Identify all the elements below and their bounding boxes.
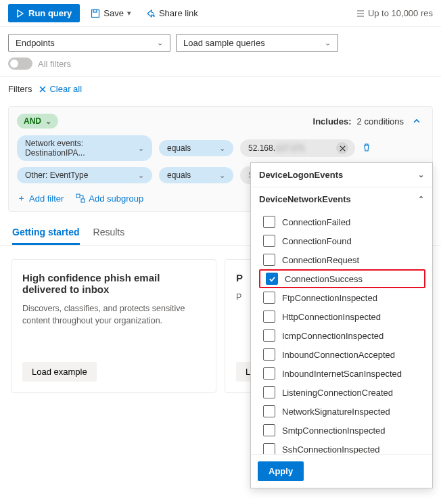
check-icon [269, 275, 276, 283]
tab-getting-started[interactable]: Getting started [12, 220, 80, 245]
and-operator-pill[interactable]: AND ⌄ [17, 114, 58, 129]
dropdown-group-devicenetworkevents[interactable]: DeviceNetworkEvents ⌃ [251, 187, 432, 211]
close-icon [340, 145, 346, 152]
filters-label: Filters [8, 84, 32, 94]
result-limit: Up to 10,000 res [356, 8, 433, 18]
checkbox[interactable] [263, 424, 275, 436]
checkbox[interactable] [263, 235, 275, 247]
sample-queries-select[interactable]: Load sample queries ⌄ [176, 34, 338, 52]
close-icon [39, 85, 47, 93]
op-label: equals [167, 143, 191, 153]
chevron-down-icon: ⌄ [219, 171, 225, 180]
filter-field-pill[interactable]: Other: EventType ⌄ [17, 167, 152, 183]
play-icon [16, 9, 24, 18]
toolbar: Run query Save ▾ Share link Up to 10,000… [0, 0, 441, 27]
checkbox[interactable] [266, 273, 278, 285]
dropdown-item[interactable]: ConnectionRequest [256, 250, 432, 269]
delete-row-button[interactable] [362, 143, 371, 154]
item-label: SmtpConnectionInspected [282, 426, 385, 436]
select-row: Endpoints ⌄ Load sample queries ⌄ [0, 27, 441, 58]
clear-all-button[interactable]: Clear all [39, 84, 82, 94]
checkbox[interactable] [263, 292, 275, 304]
dropdown-item[interactable]: IcmpConnectionInspected [256, 326, 432, 345]
run-query-button[interactable]: Run query [8, 4, 80, 22]
filter-op-pill[interactable]: equals ⌄ [159, 167, 233, 183]
checkbox[interactable] [263, 386, 275, 398]
collapse-group-button[interactable] [409, 114, 424, 129]
all-filters-label: All filters [38, 59, 71, 69]
load-example-button[interactable]: Load example [22, 362, 97, 382]
dropdown-item[interactable]: ConnectionFailed [256, 212, 432, 231]
chevron-down-icon: ⌄ [138, 144, 144, 153]
field-label: Network events: DestinationIPA... [25, 139, 138, 158]
includes-count: 2 conditions [357, 116, 404, 127]
clear-value-button[interactable] [336, 142, 348, 154]
dropdown-item[interactable]: NetworkSignatureInspected [256, 402, 432, 421]
checkbox[interactable] [263, 443, 275, 454]
filter-group-header: AND ⌄ Includes: 2 conditions [17, 114, 424, 129]
includes-label: Includes: [313, 116, 352, 127]
all-filters-toggle[interactable] [8, 58, 32, 70]
op-label: equals [167, 170, 191, 180]
share-label: Share link [159, 8, 198, 18]
item-label: ListeningConnectionCreated [282, 388, 393, 398]
checkbox[interactable] [263, 348, 275, 361]
add-filter-button[interactable]: ＋ Add filter [17, 192, 64, 204]
example-card: High confidence phish email delivered to… [11, 259, 216, 393]
checkbox[interactable] [263, 329, 275, 342]
dropdown-item[interactable]: InboundConnectionAccepted [256, 345, 432, 364]
scope-select[interactable]: Endpoints ⌄ [8, 34, 170, 52]
card-title: High confidence phish email delivered to… [22, 272, 205, 295]
dropdown-item[interactable]: ListeningConnectionCreated [256, 383, 432, 402]
filters-header: Filters Clear all [0, 77, 441, 101]
card-body: Discovers, classifies, and protects sens… [22, 303, 205, 351]
chevron-up-icon: ⌃ [418, 195, 424, 204]
chevron-down-icon: ⌄ [45, 117, 51, 126]
dropdown-item[interactable]: HttpConnectionInspected [256, 307, 432, 326]
run-label: Run query [28, 8, 72, 18]
dropdown-items: ConnectionFailed ConnectionFound Connect… [251, 211, 432, 454]
item-label: NetworkSignatureInspected [282, 407, 390, 417]
dropdown-item[interactable]: InboundInternetScanInspected [256, 364, 432, 383]
dropdown-item[interactable]: FtpConnectionInspected [256, 288, 432, 307]
svg-rect-0 [92, 9, 99, 17]
chevron-down-icon: ⌄ [138, 171, 144, 180]
filter-field-pill[interactable]: Network events: DestinationIPA... ⌄ [17, 135, 152, 161]
limit-text: Up to 10,000 res [368, 8, 433, 18]
dropdown-footer: Apply [251, 454, 432, 488]
dropdown-item[interactable]: SshConnectionInspected [256, 440, 432, 454]
group-summary: Includes: 2 conditions [313, 114, 424, 129]
tab-results[interactable]: Results [93, 220, 125, 245]
scope-value: Endpoints [16, 38, 55, 48]
value-blurred: 117.171 [275, 143, 304, 153]
checkbox[interactable] [263, 405, 275, 417]
value-text: 52.168. [248, 143, 275, 153]
checkbox[interactable] [263, 311, 275, 323]
list-icon [356, 9, 365, 18]
item-label: ConnectionSuccess [285, 274, 363, 284]
dropdown-body[interactable]: DeviceLogonEvents ⌄ DeviceNetworkEvents … [251, 163, 432, 454]
add-subgroup-button[interactable]: Add subgroup [76, 192, 143, 204]
chevron-down-icon: ⌄ [325, 39, 331, 47]
svg-rect-3 [81, 199, 85, 202]
field-label: Other: EventType [25, 170, 88, 180]
save-button[interactable]: Save ▾ [87, 5, 135, 21]
item-label: ConnectionFound [282, 236, 352, 246]
filter-op-pill[interactable]: equals ⌄ [159, 140, 233, 156]
subgroup-icon [76, 193, 85, 203]
checkbox[interactable] [263, 216, 275, 228]
filter-value-pill[interactable]: 52.168.117.171 [240, 139, 355, 157]
checkbox[interactable] [263, 367, 275, 380]
dropdown-item[interactable]: SmtpConnectionInspected [256, 421, 432, 440]
dropdown-item-connectionsuccess[interactable]: ConnectionSuccess [259, 269, 425, 288]
checkbox[interactable] [263, 254, 275, 266]
all-filters-row: All filters [0, 58, 441, 76]
add-subgroup-label: Add subgroup [89, 193, 143, 204]
item-label: HttpConnectionInspected [282, 312, 381, 322]
chevron-down-icon: ▾ [127, 9, 131, 18]
dropdown-group-devicelogonevents[interactable]: DeviceLogonEvents ⌄ [251, 163, 432, 187]
share-link-button[interactable]: Share link [142, 5, 202, 21]
chevron-up-icon [413, 117, 421, 125]
dropdown-item[interactable]: ConnectionFound [256, 231, 432, 250]
apply-button[interactable]: Apply [258, 461, 304, 481]
